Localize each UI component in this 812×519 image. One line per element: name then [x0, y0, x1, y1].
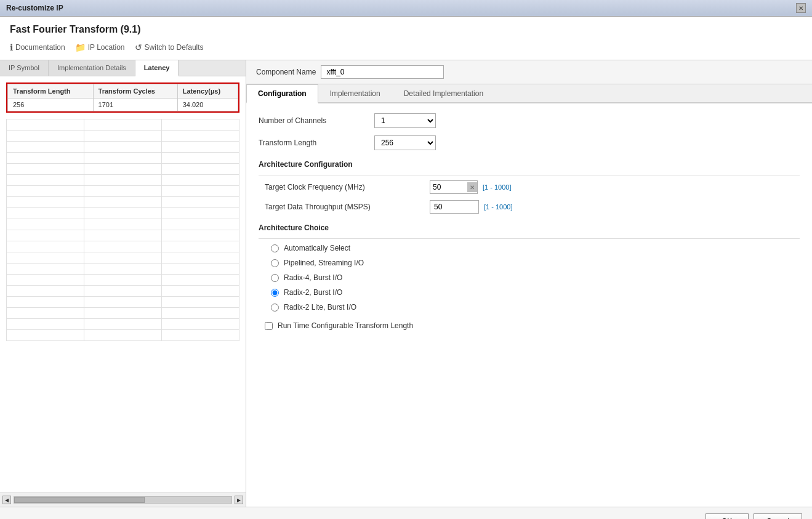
table-row: [7, 119, 239, 131]
num-channels-label: Number of Channels: [259, 116, 369, 125]
arch-config-divider: [259, 175, 800, 175]
window-header: Fast Fourier Transform (9.1) ℹ Documenta…: [0, 17, 812, 60]
radio-pipelined[interactable]: [271, 259, 279, 267]
radio-radix2lite-row: Radix-2 Lite, Burst I/O: [271, 303, 800, 312]
throughput-row: Target Data Throughput (MSPS) [1 - 1000]: [265, 200, 800, 214]
throughput-input[interactable]: [430, 200, 479, 214]
radio-radix2[interactable]: [271, 289, 279, 297]
arch-choice-section: Automatically Select Pipelined, Streamin…: [259, 244, 800, 312]
horizontal-scrollbar: ◀ ▶: [0, 493, 246, 507]
cell-latency-value: 34.020: [177, 99, 238, 111]
table-row: [7, 286, 239, 297]
runtime-config-label[interactable]: Run Time Configurable Transform Length: [278, 321, 413, 330]
ip-location-link[interactable]: 📁 IP Location: [75, 42, 125, 52]
tab-implementation-details[interactable]: Implementation Details: [49, 60, 135, 76]
radio-pipelined-row: Pipelined, Streaming I/O: [271, 259, 800, 267]
col-latency-us: Latency(µs): [177, 84, 238, 99]
transform-length-select[interactable]: 8 16 32 64 128 256 512 1024: [374, 135, 436, 150]
throughput-range: [1 - 1000]: [484, 203, 512, 211]
table-row: [7, 186, 239, 197]
radio-auto-label[interactable]: Automatically Select: [284, 244, 350, 252]
table-row: [7, 330, 239, 341]
ip-location-label: IP Location: [88, 43, 125, 52]
right-tab-bar: Configuration Implementation Detailed Im…: [246, 84, 812, 103]
radio-radix4-label[interactable]: Radix-4, Burst I/O: [284, 273, 342, 282]
radio-radix2lite-label[interactable]: Radix-2 Lite, Burst I/O: [284, 303, 356, 312]
clock-freq-label: Target Clock Frequency (MHz): [265, 183, 425, 191]
tab-ip-symbol[interactable]: IP Symbol: [0, 60, 49, 76]
scroll-track[interactable]: [14, 496, 232, 504]
empty-rows-table: [6, 119, 239, 341]
tab-configuration[interactable]: Configuration: [246, 84, 318, 103]
switch-to-defaults-label: Switch to Defaults: [145, 43, 204, 52]
transform-length-row: Transform Length 8 16 32 64 128 256 512 …: [259, 135, 800, 150]
bottom-bar: OK Cancel: [0, 507, 812, 519]
table-row: 256 1701 34.020: [8, 99, 238, 111]
table-row: [7, 252, 239, 264]
clock-freq-input[interactable]: [430, 181, 467, 193]
table-row: [7, 197, 239, 208]
table-row: [7, 219, 239, 230]
component-name-input[interactable]: [321, 65, 444, 79]
main-window: Fast Fourier Transform (9.1) ℹ Documenta…: [0, 17, 812, 519]
transform-length-label: Transform Length: [259, 139, 369, 147]
documentation-link[interactable]: ℹ Documentation: [10, 42, 65, 52]
runtime-config-row: Run Time Configurable Transform Length: [265, 321, 800, 330]
tab-latency[interactable]: Latency: [135, 60, 179, 76]
table-row: [7, 208, 239, 219]
table-row: [7, 297, 239, 308]
radio-pipelined-label[interactable]: Pipelined, Streaming I/O: [284, 259, 364, 267]
table-row: [7, 230, 239, 241]
configuration-content: Number of Channels 1 2 4 8 Transform Len…: [246, 103, 812, 507]
tab-implementation[interactable]: Implementation: [318, 84, 392, 102]
title-bar-text: Re-customize IP: [6, 4, 63, 12]
table-row: [7, 131, 239, 142]
close-button[interactable]: ✕: [796, 3, 806, 13]
table-row: [7, 175, 239, 186]
table-row: [7, 264, 239, 275]
scroll-right-arrow[interactable]: ▶: [235, 496, 243, 504]
left-panel: IP Symbol Implementation Details Latency…: [0, 60, 246, 507]
switch-to-defaults-link[interactable]: ↺ Switch to Defaults: [135, 42, 204, 52]
num-channels-row: Number of Channels 1 2 4 8: [259, 113, 800, 128]
scroll-left-arrow[interactable]: ◀: [2, 496, 11, 504]
clock-freq-clear-button[interactable]: ✕: [467, 182, 477, 192]
left-tab-bar: IP Symbol Implementation Details Latency: [0, 60, 246, 76]
cancel-button[interactable]: Cancel: [754, 513, 802, 519]
title-bar: Re-customize IP ✕: [0, 0, 812, 17]
radio-auto[interactable]: [271, 244, 279, 252]
table-row: [7, 142, 239, 153]
clock-freq-row: Target Clock Frequency (MHz) ✕ [1 - 1000…: [265, 180, 800, 194]
radio-radix4-row: Radix-4, Burst I/O: [271, 273, 800, 282]
radio-radix4[interactable]: [271, 274, 279, 282]
clock-freq-range: [1 - 1000]: [483, 183, 511, 191]
location-icon: 📁: [75, 42, 86, 52]
table-row: [7, 164, 239, 175]
content-area: IP Symbol Implementation Details Latency…: [0, 60, 812, 507]
tab-detailed-implementation[interactable]: Detailed Implementation: [392, 84, 495, 102]
radio-auto-row: Automatically Select: [271, 244, 800, 252]
radio-radix2-label[interactable]: Radix-2, Burst I/O: [284, 288, 342, 297]
arch-config-section: Target Clock Frequency (MHz) ✕ [1 - 1000…: [265, 180, 800, 214]
clock-freq-input-container: ✕: [430, 180, 478, 194]
scroll-thumb: [14, 497, 145, 503]
arch-choice-divider: [259, 238, 800, 239]
toolbar: ℹ Documentation 📁 IP Location ↺ Switch t…: [10, 40, 802, 55]
col-transform-cycles: Transform Cycles: [93, 84, 177, 99]
ok-button[interactable]: OK: [705, 513, 749, 519]
throughput-label: Target Data Throughput (MSPS): [265, 203, 425, 211]
latency-table: Transform Length Transform Cycles Latenc…: [7, 84, 238, 111]
component-name-label: Component Name: [256, 68, 316, 76]
arch-choice-title: Architecture Choice: [259, 223, 800, 232]
info-icon: ℹ: [10, 42, 13, 52]
table-row: [7, 241, 239, 252]
cell-transform-cycles: 1701: [93, 99, 177, 111]
refresh-icon: ↺: [135, 42, 142, 52]
extra-rows-area: [6, 119, 239, 493]
num-channels-select[interactable]: 1 2 4 8: [374, 113, 436, 128]
latency-table-container: Transform Length Transform Cycles Latenc…: [6, 82, 239, 113]
table-row: [7, 275, 239, 286]
runtime-config-checkbox[interactable]: [265, 322, 273, 330]
radio-radix2lite[interactable]: [271, 304, 279, 312]
table-row: [7, 153, 239, 164]
